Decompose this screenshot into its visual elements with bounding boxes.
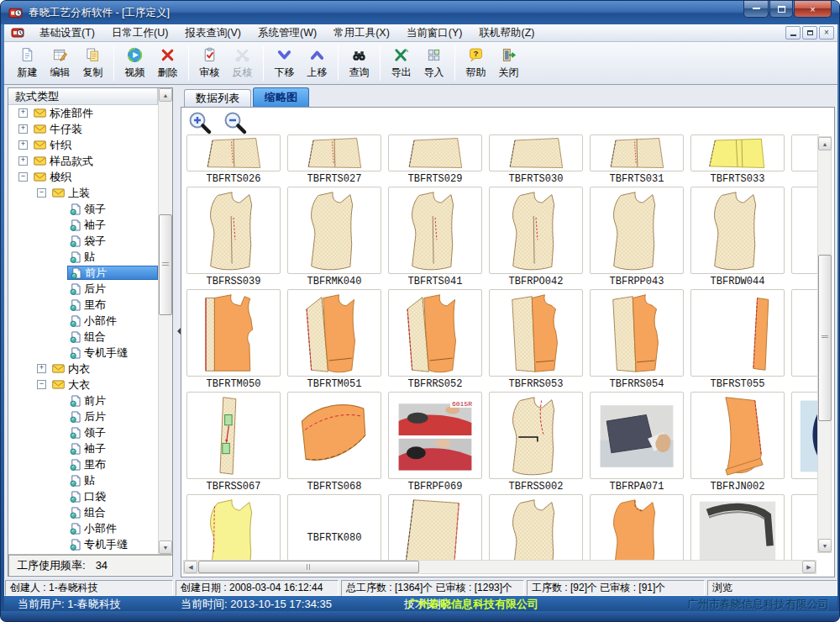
pattern-thumbnail[interactable]: TBFRRS052 — [388, 289, 482, 390]
pattern-thumbnail[interactable] — [690, 494, 785, 561]
tree-item[interactable]: 袖子 — [8, 217, 158, 233]
tree-item[interactable]: 袖子 — [8, 440, 158, 456]
vertical-scrollbar[interactable]: ▲ ▼ — [817, 136, 832, 553]
tree-item[interactable]: 贴 — [8, 472, 158, 488]
toolbar-button-up[interactable]: 上移 — [301, 45, 333, 82]
pattern-thumbnail[interactable]: TBFRSS039 — [186, 187, 281, 287]
scroll-down-icon[interactable]: ▼ — [818, 539, 832, 552]
tree-item[interactable]: 专机手缝 — [8, 536, 158, 552]
tree-item[interactable]: +内衣 — [8, 361, 158, 377]
tree-item[interactable]: +牛仔装 — [8, 121, 158, 137]
scroll-down-icon[interactable]: ▼ — [159, 540, 172, 554]
pattern-thumbnail[interactable] — [186, 494, 281, 561]
menu-item-3[interactable]: 系统管理(W) — [249, 24, 325, 41]
pattern-thumbnail[interactable]: TBFRTS026 — [186, 134, 281, 185]
pattern-thumbnail[interactable] — [791, 187, 819, 287]
tree-toggle-minus[interactable]: − — [37, 188, 46, 198]
pattern-thumbnail[interactable]: TBFRTM051 — [287, 289, 381, 390]
tree-toggle-minus[interactable]: − — [37, 380, 46, 389]
pattern-thumbnail[interactable]: TBFRSS067 — [186, 392, 281, 493]
menu-item-4[interactable]: 常用工具(X) — [325, 24, 398, 41]
menu-item-2[interactable]: 报表查询(V) — [176, 24, 249, 41]
pattern-thumbnail[interactable]: TBFRDW044 — [690, 187, 785, 287]
tree-toggle-minus[interactable]: − — [18, 172, 28, 182]
toolbar-button-edit[interactable]: 编辑 — [44, 45, 76, 82]
tree-item[interactable]: −梭织 — [8, 169, 158, 185]
pattern-thumbnail[interactable]: TBFRTM050 — [186, 289, 281, 390]
pattern-thumbnail[interactable]: TBFRTS029 — [388, 134, 482, 185]
toolbar-button-find[interactable]: 查询 — [343, 45, 375, 82]
scroll-up-icon[interactable]: ▲ — [159, 88, 172, 102]
tree-item[interactable]: 组合 — [8, 504, 158, 520]
toolbar-button-down[interactable]: 下移 — [268, 45, 301, 82]
toolbar-button-copy[interactable]: 复制 — [76, 45, 109, 82]
pattern-thumbnail[interactable]: TBFRTS027 — [287, 134, 381, 185]
toolbar-button-exit[interactable]: 关闭 — [492, 45, 525, 82]
mdi-restore-button[interactable] — [802, 26, 817, 40]
close-button[interactable]: × — [794, 1, 832, 18]
tree-item[interactable]: −上装 — [8, 185, 158, 201]
tree-item[interactable]: +针织 — [8, 137, 158, 153]
pattern-thumbnail[interactable]: TBFRTS030 — [489, 134, 583, 185]
tree-item[interactable]: 领子 — [8, 424, 158, 440]
mdi-minimize-button[interactable] — [785, 26, 801, 40]
tree-item[interactable]: 前片 — [8, 265, 158, 281]
tree-item[interactable]: 口袋 — [8, 488, 158, 504]
horizontal-scrollbar-thumb[interactable] — [198, 561, 419, 573]
pattern-thumbnail[interactable] — [791, 494, 819, 561]
tab-data-list[interactable]: 数据列表 — [184, 89, 251, 107]
pattern-thumbnail[interactable]: TBFRJN002 — [690, 392, 785, 493]
tree-item[interactable]: 领子 — [8, 201, 158, 217]
tree-item[interactable]: +样品款式 — [8, 153, 158, 169]
tree-item[interactable]: −大衣 — [8, 377, 158, 393]
pattern-thumbnail[interactable]: TBFRPO042 — [489, 187, 583, 287]
pattern-thumbnail[interactable] — [791, 392, 819, 493]
pattern-thumbnail[interactable]: TBFRTS033 — [690, 134, 785, 185]
pattern-thumbnail[interactable] — [489, 494, 583, 561]
tree-toggle-plus[interactable]: + — [18, 156, 28, 166]
zoom-in-button[interactable] — [187, 110, 213, 135]
pattern-thumbnail[interactable] — [791, 289, 819, 390]
toolbar-button-del[interactable]: 删除 — [151, 45, 184, 82]
tree-item[interactable]: 小部件 — [8, 520, 158, 536]
toolbar-button-video[interactable]: 视频 — [118, 45, 151, 82]
sidebar-scrollbar[interactable]: ▲ ▼ — [158, 88, 172, 554]
tree-toggle-plus[interactable]: + — [37, 364, 46, 373]
minimize-button[interactable] — [743, 1, 769, 18]
tree-item[interactable]: +标准部件 — [8, 105, 158, 121]
pattern-thumbnail[interactable] — [791, 134, 819, 185]
menu-item-1[interactable]: 日常工作(U) — [103, 24, 176, 41]
tree-toggle-plus[interactable]: + — [18, 124, 28, 134]
pattern-thumbnail[interactable]: TBFRPA071 — [590, 392, 684, 493]
toolbar-button-export[interactable]: 导出 — [385, 45, 417, 82]
tree-item[interactable]: 袋子 — [8, 233, 158, 249]
pattern-thumbnail[interactable]: TBFRMK040 — [287, 187, 381, 287]
toolbar-button-new[interactable]: 新建 — [11, 45, 44, 82]
tree-item[interactable]: 后片 — [8, 409, 158, 424]
pattern-thumbnail[interactable]: TBFRTS041 — [388, 187, 482, 287]
scroll-right-icon[interactable]: ▶ — [802, 561, 816, 573]
maximize-button[interactable] — [769, 1, 793, 18]
tree-item[interactable]: 前片 — [8, 393, 158, 409]
mdi-close-button[interactable]: × — [819, 26, 834, 40]
toolbar-button-help[interactable]: 帮助 — [459, 45, 492, 82]
pattern-thumbnail[interactable]: TBFRSS002 — [489, 392, 583, 493]
tree-item[interactable]: 专机手缝 — [8, 345, 158, 361]
pattern-thumbnail[interactable]: TBFRRS053 — [489, 289, 583, 390]
pattern-thumbnail[interactable]: TBFRPP043 — [590, 187, 684, 287]
scroll-up-icon[interactable]: ▲ — [818, 137, 832, 150]
tab-thumbnail[interactable]: 缩略图 — [253, 87, 309, 107]
tree-item[interactable]: 小部件 — [8, 313, 158, 329]
tree-item[interactable]: 贴 — [8, 249, 158, 265]
tree-item[interactable]: 组合 — [8, 329, 158, 345]
pattern-thumbnail[interactable]: TBFRTS068 — [287, 392, 381, 493]
menu-item-6[interactable]: 联机帮助(Z) — [470, 24, 543, 41]
pattern-thumbnail[interactable] — [590, 494, 684, 561]
tree-toggle-plus[interactable]: + — [18, 108, 28, 118]
zoom-out-button[interactable] — [223, 110, 248, 135]
tree-item[interactable]: 里布 — [8, 297, 158, 313]
pattern-thumbnail[interactable]: TBFRTK080 — [287, 494, 381, 561]
toolbar-button-import[interactable]: 导入 — [417, 45, 450, 82]
tree-toggle-plus[interactable]: + — [18, 140, 28, 150]
scroll-left-icon[interactable]: ◀ — [184, 561, 197, 573]
